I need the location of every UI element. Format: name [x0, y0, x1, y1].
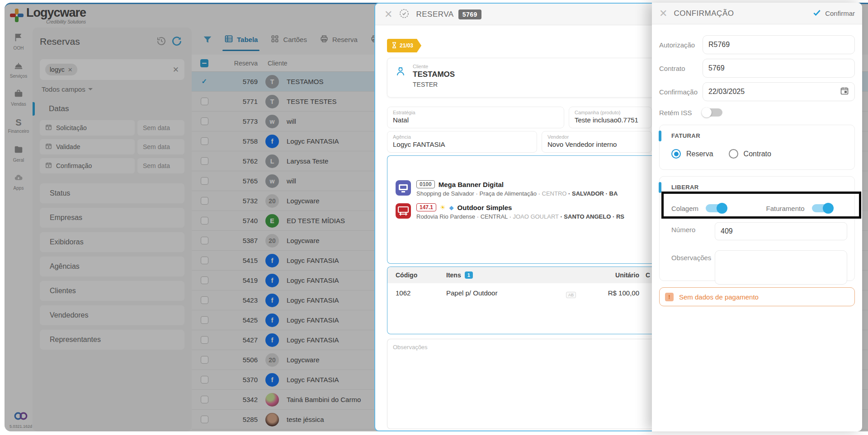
- radio-icon: [671, 149, 681, 159]
- faturar-options: Reserva Contrato: [660, 139, 854, 170]
- check-icon: [812, 8, 821, 19]
- outdoor-billboard-icon: [396, 203, 411, 219]
- retem-iss-label: Retém ISS: [659, 109, 703, 117]
- digital-panel-icon: [396, 180, 411, 196]
- campanha-field[interactable]: Campanha (produto) Teste inclusao0.7751: [569, 107, 652, 128]
- warning-text: Sem dados de pagamento: [679, 293, 759, 301]
- media-title: Mega Banner Digital: [439, 181, 504, 188]
- column-codigo: Código: [387, 271, 446, 279]
- application-window: Logycware Credibility Solutions OOH Serv…: [0, 0, 868, 435]
- date-pennant-badge: 21/03: [387, 39, 421, 52]
- faturar-title: FATURAR: [660, 125, 854, 139]
- diamond-icon: ◆: [449, 204, 454, 211]
- reserva-modal: ✕ RESERVA 5769 21/03 Cliente TESTAMOS TE…: [374, 3, 652, 431]
- client-subtitle: TESTER: [413, 81, 455, 88]
- client-name: TESTAMOS: [413, 70, 455, 79]
- confirmacao-label: Confirmação: [659, 88, 703, 96]
- agencia-field[interactable]: Agência Logyc FANTASIA: [387, 131, 537, 153]
- panel-header: ✕ CONFIRMAÇÃO Confirmar: [652, 3, 862, 24]
- liberar-toggle[interactable]: [706, 204, 726, 212]
- reserva-number-badge: 5769: [458, 9, 481, 19]
- items-table-box: Código Itens 1 Unitário C 1062 Papel p/ …: [387, 267, 652, 334]
- column-clipped: C: [639, 271, 652, 279]
- panel-title: CONFIRMAÇÃO: [674, 9, 806, 18]
- radio-icon: [729, 149, 738, 159]
- modal-header: ✕ RESERVA 5769: [375, 4, 652, 25]
- autorizacao-label: Autorização: [659, 41, 703, 49]
- payment-warning: ! Sem dados de pagamento: [659, 287, 855, 306]
- media-code-badge: 147.1: [416, 203, 436, 211]
- client-label: Cliente: [413, 64, 455, 69]
- contrato-label: Contrato: [659, 65, 703, 72]
- numero-label: Número: [671, 222, 715, 240]
- panel-body: Autorização R5769 Contrato 5769 Confirma…: [652, 24, 862, 431]
- item-name: Papel p/ Outdoor: [446, 289, 497, 297]
- media-title: Outdoor Simples: [458, 204, 512, 211]
- liberar-toggle[interactable]: [812, 204, 832, 212]
- media-location: Shopping de Salvador · Praça de Alimenta…: [416, 190, 618, 197]
- item-row[interactable]: 1062 Papel p/ Outdoor AB R$ 100,00: [387, 283, 652, 302]
- faturar-card: FATURAR Reserva Contrato: [659, 125, 855, 170]
- hourglass-icon: [392, 42, 397, 50]
- illumination-icon: ☀: [440, 204, 446, 211]
- observacoes-label: Observações: [671, 250, 715, 285]
- retem-iss-toggle[interactable]: [703, 108, 722, 117]
- seal-check-icon: [399, 8, 410, 21]
- media-location: Rodovia Rio Pardense · CENTRAL · JOAO GO…: [416, 213, 624, 220]
- liberar-toggle-item: Faturamento: [766, 204, 855, 212]
- close-icon[interactable]: ✕: [384, 9, 392, 20]
- numero-input[interactable]: [715, 222, 847, 240]
- close-icon[interactable]: ✕: [659, 8, 667, 19]
- contrato-input[interactable]: 5769: [703, 59, 855, 78]
- item-unitario: R$ 100,00: [580, 289, 639, 297]
- liberar-toggles: Colagem Faturamento: [660, 191, 854, 212]
- estrategia-field[interactable]: Estratégia Natal: [387, 107, 564, 128]
- confirmar-button[interactable]: Confirmar: [812, 8, 855, 19]
- ab-tag: AB: [566, 292, 576, 298]
- confirmacao-panel: ✕ CONFIRMAÇÃO Confirmar Autorização R576…: [652, 3, 862, 431]
- liberar-toggle-item: Colagem: [671, 204, 760, 212]
- column-unitario: Unitário: [580, 271, 639, 279]
- faturar-radio[interactable]: Contrato: [729, 149, 771, 159]
- items-count-badge: 1: [465, 271, 473, 279]
- media-code-badge: 0100: [416, 180, 435, 188]
- observacoes-textarea[interactable]: Observações: [387, 339, 652, 429]
- vendedor-field[interactable]: Vendedor Novo Vendedor interno: [542, 131, 652, 153]
- media-item[interactable]: 0100 ☀ ◆ Mega Banner Digital Shopping de…: [396, 180, 644, 197]
- liberar-title: LIBERAR: [660, 177, 854, 191]
- media-items-box: 0100 ☀ ◆ Mega Banner Digital Shopping de…: [387, 155, 652, 264]
- warning-icon: !: [665, 293, 674, 301]
- person-icon: [395, 64, 406, 92]
- calendar-icon[interactable]: [840, 86, 849, 97]
- autorizacao-input[interactable]: R5769: [703, 35, 855, 54]
- faturar-radio[interactable]: Reserva: [671, 149, 713, 159]
- column-itens: Itens: [446, 271, 461, 279]
- observacoes-panel-textarea[interactable]: [715, 250, 847, 285]
- confirmacao-date-input[interactable]: 22/03/2025: [703, 82, 855, 101]
- item-codigo: 1062: [387, 289, 446, 297]
- liberar-card: LIBERAR Colagem Faturamento Número: [659, 176, 855, 281]
- items-table-header: Código Itens 1 Unitário C: [387, 267, 652, 283]
- modal-title: RESERVA 5769: [416, 9, 481, 19]
- media-item[interactable]: 147.1 ☀ ◆ Outdoor Simples Rodovia Rio Pa…: [396, 203, 644, 220]
- client-card[interactable]: Cliente TESTAMOS TESTER: [387, 58, 652, 98]
